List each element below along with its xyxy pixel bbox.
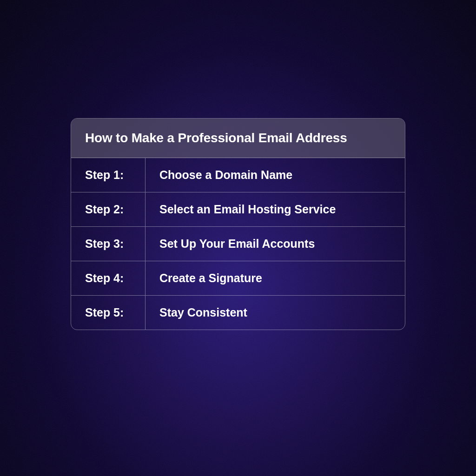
step-description: Choose a Domain Name (145, 158, 405, 192)
table-row: Step 1: Choose a Domain Name (71, 158, 405, 192)
step-label: Step 2: (71, 192, 145, 226)
table-row: Step 4: Create a Signature (71, 261, 405, 296)
step-label: Step 1: (71, 158, 145, 192)
step-label: Step 4: (71, 261, 145, 295)
step-description: Create a Signature (145, 261, 405, 295)
step-description: Stay Consistent (145, 296, 405, 330)
card-title: How to Make a Professional Email Address (85, 131, 391, 145)
step-label: Step 5: (71, 296, 145, 330)
table-row: Step 5: Stay Consistent (71, 296, 405, 330)
info-card: How to Make a Professional Email Address… (71, 118, 405, 330)
card-header: How to Make a Professional Email Address (71, 119, 405, 158)
step-label: Step 3: (71, 227, 145, 261)
table-row: Step 2: Select an Email Hosting Service (71, 192, 405, 227)
step-description: Set Up Your Email Accounts (145, 227, 405, 261)
card-body: Step 1: Choose a Domain Name Step 2: Sel… (71, 158, 405, 330)
table-row: Step 3: Set Up Your Email Accounts (71, 227, 405, 261)
step-description: Select an Email Hosting Service (145, 192, 405, 226)
